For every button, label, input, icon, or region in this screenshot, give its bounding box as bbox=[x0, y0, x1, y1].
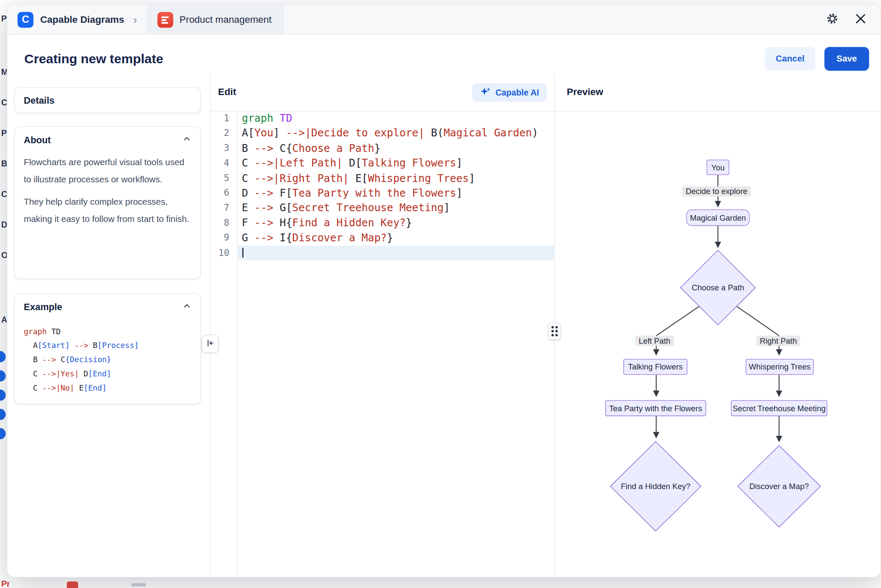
node-magical-garden: Magical Garden bbox=[686, 209, 749, 226]
screen: PrMClPrByCaDiOlAP Pr C Capable Diagrams … bbox=[0, 0, 881, 588]
code-line: A[Start] --> B[Process] bbox=[24, 339, 191, 353]
editor-gutter: 12345678910 bbox=[210, 111, 235, 260]
line-number: 6 bbox=[210, 186, 235, 201]
line-number: 10 bbox=[210, 246, 235, 261]
line-number: 3 bbox=[210, 141, 235, 156]
code-line: B --> C{Choose a Path} bbox=[242, 141, 538, 156]
code-line: G --> I{Discover a Map?} bbox=[242, 231, 538, 246]
chevron-up-icon bbox=[182, 134, 191, 145]
details-card: Details bbox=[14, 87, 201, 114]
collapse-sidebar-button[interactable] bbox=[202, 335, 219, 353]
details-section-header[interactable]: Details bbox=[15, 88, 200, 113]
line-number: 4 bbox=[210, 156, 235, 171]
edge-choose-whispering bbox=[736, 306, 779, 355]
close-icon bbox=[856, 14, 866, 26]
code-line: A[You] -->|Decide to explore| B(Magical … bbox=[242, 126, 538, 141]
capable-logo: C bbox=[18, 12, 34, 28]
background-app-icon bbox=[0, 351, 6, 362]
code-line: B --> C{Decision} bbox=[24, 353, 191, 367]
capable-ai-button[interactable]: Capable AI bbox=[472, 83, 547, 102]
breadcrumb-home[interactable]: C Capable Diagrams bbox=[7, 12, 124, 28]
example-card: Example graph TD A[Start] --> B[Process]… bbox=[14, 293, 201, 404]
node-whispering-trees: Whispering Trees bbox=[745, 359, 813, 375]
edge-choose-talking bbox=[656, 306, 699, 355]
background-app-icon bbox=[0, 390, 6, 401]
panel-resize-handle[interactable] bbox=[548, 323, 561, 339]
example-code: graph TD A[Start] --> B[Process] B --> C… bbox=[24, 324, 191, 395]
details-title: Details bbox=[24, 95, 54, 106]
edge-label-right-path: Right Path bbox=[756, 336, 800, 346]
line-number: 2 bbox=[210, 126, 235, 141]
about-body: Flowcharts are powerful visual tools use… bbox=[15, 154, 200, 237]
node-discover-map: Discover a Map? bbox=[745, 480, 813, 493]
example-title: Example bbox=[24, 302, 62, 312]
code-line: F --> H{Find a Hidden Key?} bbox=[242, 215, 538, 231]
new-template-dialog: C Capable Diagrams › Product management bbox=[7, 5, 881, 578]
line-number: 9 bbox=[210, 231, 235, 246]
edit-panel-title: Edit bbox=[218, 86, 236, 98]
cancel-button[interactable]: Cancel bbox=[765, 47, 815, 71]
about-title: About bbox=[24, 135, 51, 145]
edge-label-decide: Decide to explore bbox=[682, 186, 751, 197]
code-line: graph TD bbox=[242, 111, 538, 126]
node-secret-treehouse: Secret Treehouse Meeting bbox=[731, 400, 827, 416]
code-line: C -->|Yes| D[End] bbox=[24, 367, 191, 381]
node-talking-flowers: Talking Flowers bbox=[623, 359, 687, 375]
example-section-header[interactable]: Example bbox=[15, 294, 200, 320]
about-section-header[interactable]: About bbox=[15, 127, 200, 153]
background-app-icon bbox=[0, 370, 6, 382]
breadcrumb-separator: › bbox=[133, 14, 137, 25]
line-number: 7 bbox=[210, 200, 235, 215]
about-paragraph: Flowcharts are powerful visual tools use… bbox=[24, 154, 191, 188]
node-you: You bbox=[707, 160, 730, 175]
code-line: C -->|Left Path| D[Talking Flowers] bbox=[242, 156, 538, 171]
capable-ai-label: Capable AI bbox=[496, 88, 539, 97]
edge-label-left-path: Left Path bbox=[635, 336, 674, 346]
background-text-fragment: Pr bbox=[1, 579, 9, 588]
code-line: C -->|No| E[End] bbox=[24, 381, 191, 395]
topbar-actions bbox=[825, 11, 881, 28]
gutter-divider bbox=[237, 111, 237, 578]
preview-panel-title: Preview bbox=[567, 86, 604, 98]
collapse-left-icon bbox=[206, 338, 215, 349]
editor-code[interactable]: graph TDA[You] -->|Decide to explore| B(… bbox=[242, 111, 538, 260]
settings-button[interactable] bbox=[825, 11, 840, 28]
line-number: 8 bbox=[210, 215, 235, 231]
logo-letter: C bbox=[22, 14, 29, 26]
project-name: Product management bbox=[179, 14, 271, 25]
save-button[interactable]: Save bbox=[824, 47, 869, 71]
code-line: E --> G[Secret Treehouse Meeting] bbox=[242, 200, 538, 215]
dialog-topbar: C Capable Diagrams › Product management bbox=[7, 5, 881, 34]
background-app-icon bbox=[0, 428, 6, 439]
close-button[interactable] bbox=[854, 12, 867, 27]
project-icon bbox=[157, 12, 173, 28]
code-line: graph TD bbox=[24, 324, 191, 339]
background-bar-fragment bbox=[131, 583, 146, 587]
code-line bbox=[242, 246, 538, 261]
line-number: 5 bbox=[210, 171, 235, 186]
background-app-icon bbox=[0, 409, 6, 420]
line-number: 1 bbox=[210, 111, 235, 126]
node-tea-party: Tea Party with the Flowers bbox=[605, 400, 706, 416]
node-choose-a-path: Choose a Path bbox=[684, 281, 752, 295]
code-line: C -->|Right Path| E[Whispering Trees] bbox=[242, 171, 538, 186]
node-hidden-key: Find a Hidden Key? bbox=[616, 480, 695, 493]
breadcrumb-project[interactable]: Product management bbox=[146, 5, 283, 34]
chevron-up-icon bbox=[182, 301, 191, 312]
sparkle-icon bbox=[480, 86, 491, 99]
gear-icon bbox=[826, 12, 838, 27]
about-paragraph: They help clarify complex processes, mak… bbox=[24, 194, 191, 228]
brand-name: Capable Diagrams bbox=[40, 14, 124, 25]
header-actions: Cancel Save bbox=[765, 47, 869, 71]
page-title: Creating new template bbox=[25, 52, 163, 67]
code-line: D --> F[Tea Party with the Flowers] bbox=[242, 186, 538, 201]
about-card: About Flowcharts are powerful visual too… bbox=[14, 126, 201, 279]
background-icon-fragment bbox=[67, 582, 78, 588]
